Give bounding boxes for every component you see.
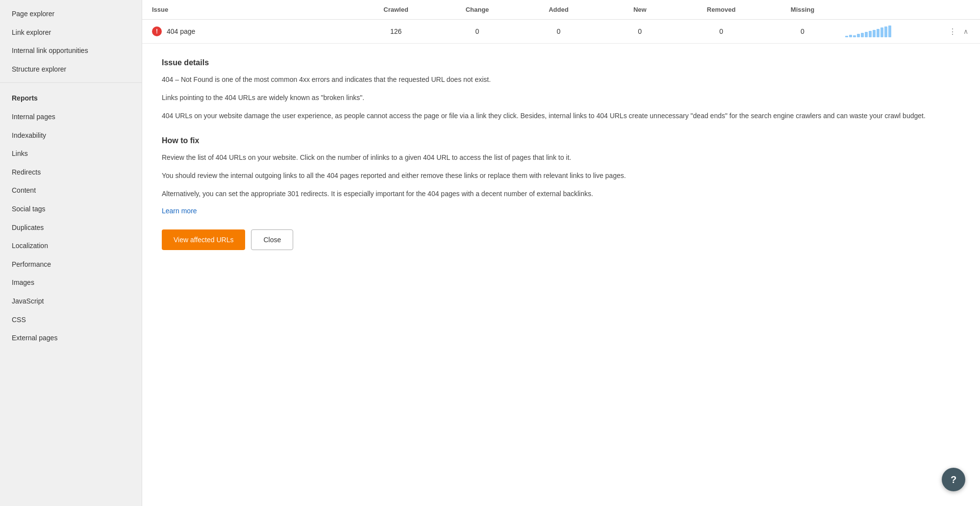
- issue-cell: ! 404 page: [152, 26, 355, 36]
- chart-bar: [849, 35, 852, 37]
- issue-detail-para-2: Links pointing to the 404 URLs are widel…: [162, 92, 960, 103]
- sidebar-item-localization[interactable]: Localization: [0, 237, 142, 255]
- sidebar-item-link-explorer[interactable]: Link explorer: [0, 24, 142, 42]
- sidebar: Page explorerLink explorerInternal link …: [0, 0, 142, 506]
- how-to-fix-section: How to fix Review the list of 404 URLs o…: [162, 136, 960, 214]
- sidebar-item-duplicates[interactable]: Duplicates: [0, 219, 142, 237]
- view-affected-urls-button[interactable]: View affected URLs: [162, 229, 245, 250]
- sidebar-item-performance[interactable]: Performance: [0, 255, 142, 274]
- issue-row-404[interactable]: ! 404 page 126 0 0 0 0 0 ⋮ ∧: [142, 20, 980, 44]
- chart-bar: [884, 26, 887, 37]
- issue-error-icon: !: [152, 26, 162, 36]
- row-collapse-button[interactable]: ∧: [961, 25, 970, 37]
- cell-missing: 0: [762, 27, 843, 35]
- action-buttons: View affected URLs Close: [162, 229, 960, 260]
- fix-para-2: You should review the internal outgoing …: [162, 170, 960, 181]
- issue-detail-para-1: 404 – Not Found is one of the most commo…: [162, 74, 960, 85]
- sidebar-item-css[interactable]: CSS: [0, 311, 142, 329]
- sidebar-header-reports: Reports: [0, 87, 142, 108]
- chart-bar: [877, 29, 879, 37]
- col-header-missing: Missing: [762, 6, 843, 13]
- col-header-new: New: [599, 6, 680, 13]
- sidebar-item-links[interactable]: Links: [0, 145, 142, 163]
- chart-bar: [845, 36, 848, 37]
- col-header-change: Change: [437, 6, 518, 13]
- issue-details-title: Issue details: [162, 58, 960, 67]
- sidebar-item-indexability[interactable]: Indexability: [0, 126, 142, 145]
- col-header-issue: Issue: [152, 6, 355, 13]
- chart-bar: [873, 30, 876, 37]
- row-menu-button[interactable]: ⋮: [947, 25, 958, 38]
- sidebar-item-javascript[interactable]: JavaScript: [0, 292, 142, 311]
- chart-bar: [880, 27, 883, 37]
- issue-detail-para-3: 404 URLs on your website damage the user…: [162, 110, 960, 122]
- sidebar-item-content[interactable]: Content: [0, 181, 142, 200]
- chart-bar: [853, 35, 856, 37]
- issue-label: 404 page: [167, 27, 195, 35]
- sidebar-item-social-tags[interactable]: Social tags: [0, 200, 142, 219]
- how-to-fix-title: How to fix: [162, 136, 960, 145]
- mini-chart: [843, 25, 941, 38]
- table-header: Issue Crawled Change Added New Removed M…: [142, 0, 980, 20]
- col-header-crawled: Crawled: [355, 6, 437, 13]
- sidebar-item-external-pages[interactable]: External pages: [0, 329, 142, 348]
- close-button[interactable]: Close: [251, 229, 293, 250]
- help-button[interactable]: ?: [942, 468, 965, 491]
- sidebar-item-internal-pages[interactable]: Internal pages: [0, 108, 142, 126]
- fix-para-1: Review the list of 404 URLs on your webs…: [162, 152, 960, 163]
- sidebar-item-page-explorer[interactable]: Page explorer: [0, 5, 142, 24]
- detail-panel: Issue details 404 – Not Found is one of …: [142, 44, 980, 506]
- chart-bar: [865, 32, 868, 37]
- row-actions: ⋮ ∧: [941, 25, 970, 38]
- chart-bar: [888, 25, 891, 37]
- cell-removed: 0: [680, 27, 762, 35]
- sidebar-item-structure-explorer[interactable]: Structure explorer: [0, 60, 142, 79]
- cell-crawled: 126: [355, 27, 437, 35]
- chart-bar: [857, 34, 860, 37]
- col-header-added: Added: [518, 6, 599, 13]
- chart-bar: [861, 33, 864, 37]
- issue-details-section: Issue details 404 – Not Found is one of …: [162, 58, 960, 122]
- cell-change: 0: [437, 27, 518, 35]
- sidebar-divider: [0, 82, 142, 83]
- col-header-removed: Removed: [680, 6, 762, 13]
- sidebar-item-internal-link-opportunities[interactable]: Internal link opportunities: [0, 42, 142, 60]
- cell-added: 0: [518, 27, 599, 35]
- main-content: Issue Crawled Change Added New Removed M…: [142, 0, 980, 506]
- fix-para-3: Alternatively, you can set the appropria…: [162, 188, 960, 200]
- learn-more-link[interactable]: Learn more: [162, 207, 197, 215]
- cell-new: 0: [599, 27, 680, 35]
- sidebar-item-redirects[interactable]: Redirects: [0, 163, 142, 182]
- chart-bar: [869, 31, 872, 37]
- sidebar-item-images[interactable]: Images: [0, 274, 142, 292]
